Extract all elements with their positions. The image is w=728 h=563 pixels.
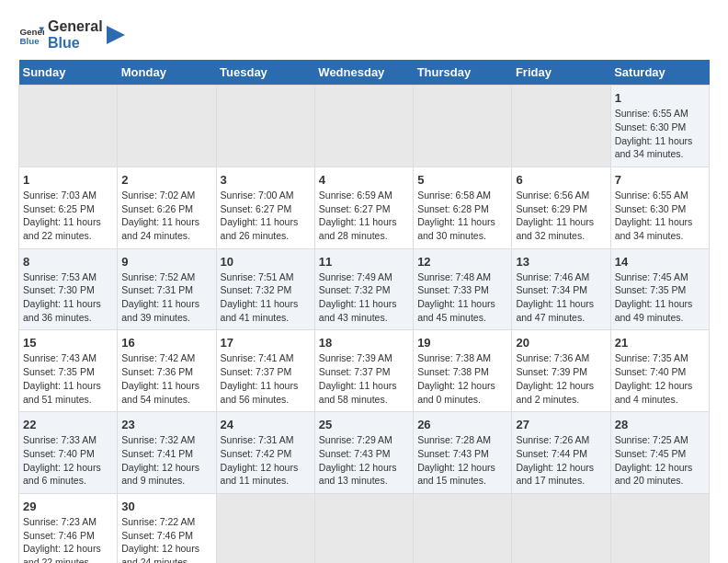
- calendar-cell: 15Sunrise: 7:43 AMSunset: 7:35 PMDayligh…: [19, 330, 118, 412]
- calendar-cell: 5Sunrise: 6:58 AMSunset: 6:28 PMDaylight…: [414, 167, 512, 248]
- day-header-sunday: Sunday: [19, 60, 118, 86]
- calendar-cell: 28Sunrise: 7:25 AMSunset: 7:45 PMDayligh…: [610, 412, 709, 494]
- calendar-cell: 24Sunrise: 7:31 AMSunset: 7:42 PMDayligh…: [216, 412, 314, 494]
- calendar-cell: 1Sunrise: 7:03 AMSunset: 6:25 PMDaylight…: [19, 167, 118, 248]
- calendar-cell: 8Sunrise: 7:53 AMSunset: 7:30 PMDaylight…: [19, 248, 118, 330]
- day-number: 9: [121, 255, 211, 269]
- calendar-cell: 16Sunrise: 7:42 AMSunset: 7:36 PMDayligh…: [118, 330, 216, 412]
- day-detail: Sunrise: 7:22 AMSunset: 7:46 PMDaylight:…: [121, 515, 211, 563]
- calendar-cell: 12Sunrise: 7:48 AMSunset: 7:33 PMDayligh…: [414, 248, 512, 330]
- logo-general: General: [48, 18, 103, 35]
- day-detail: Sunrise: 7:46 AMSunset: 7:34 PMDaylight:…: [516, 270, 606, 325]
- day-number: 6: [516, 173, 606, 187]
- day-detail: Sunrise: 7:33 AMSunset: 7:40 PMDaylight:…: [23, 433, 113, 488]
- week-row-1: 1Sunrise: 7:03 AMSunset: 6:25 PMDaylight…: [19, 167, 710, 248]
- day-number: 24: [221, 418, 311, 431]
- calendar-cell: 9Sunrise: 7:52 AMSunset: 7:31 PMDaylight…: [118, 248, 216, 330]
- calendar-cell: [118, 86, 216, 167]
- calendar-cell: 23Sunrise: 7:32 AMSunset: 7:41 PMDayligh…: [118, 412, 216, 494]
- day-number: 10: [221, 255, 311, 269]
- day-detail: Sunrise: 6:59 AMSunset: 6:27 PMDaylight:…: [319, 189, 409, 243]
- day-detail: Sunrise: 6:55 AMSunset: 6:30 PMDaylight:…: [615, 107, 705, 161]
- day-detail: Sunrise: 7:38 AMSunset: 7:38 PMDaylight:…: [417, 351, 507, 406]
- day-detail: Sunrise: 7:26 AMSunset: 7:44 PMDaylight:…: [516, 433, 606, 488]
- day-number: 22: [23, 418, 113, 431]
- day-detail: Sunrise: 7:51 AMSunset: 7:32 PMDaylight:…: [221, 270, 311, 325]
- day-number: 18: [319, 336, 409, 350]
- day-number: 27: [516, 418, 606, 431]
- day-detail: Sunrise: 7:02 AMSunset: 6:26 PMDaylight:…: [121, 189, 211, 243]
- day-detail: Sunrise: 6:56 AMSunset: 6:29 PMDaylight:…: [516, 189, 606, 243]
- calendar-cell: [512, 493, 610, 563]
- day-detail: Sunrise: 7:36 AMSunset: 7:39 PMDaylight:…: [516, 351, 606, 406]
- day-header-tuesday: Tuesday: [216, 60, 314, 86]
- calendar-cell: 20Sunrise: 7:36 AMSunset: 7:39 PMDayligh…: [512, 330, 610, 412]
- days-header-row: SundayMondayTuesdayWednesdayThursdayFrid…: [19, 60, 710, 86]
- day-header-wednesday: Wednesday: [314, 60, 413, 86]
- calendar-cell: 14Sunrise: 7:45 AMSunset: 7:35 PMDayligh…: [610, 248, 709, 330]
- calendar-cell: [512, 86, 610, 167]
- day-detail: Sunrise: 7:42 AMSunset: 7:36 PMDaylight:…: [121, 351, 211, 406]
- logo: General Blue General Blue: [18, 18, 125, 51]
- day-number: 30: [121, 500, 211, 513]
- day-detail: Sunrise: 7:53 AMSunset: 7:30 PMDaylight:…: [23, 270, 113, 325]
- day-header-monday: Monday: [118, 60, 216, 86]
- day-number: 3: [221, 173, 311, 187]
- day-detail: Sunrise: 7:35 AMSunset: 7:40 PMDaylight:…: [615, 351, 705, 406]
- calendar-cell: 30Sunrise: 7:22 AMSunset: 7:46 PMDayligh…: [118, 493, 216, 563]
- svg-text:Blue: Blue: [19, 35, 40, 45]
- day-detail: Sunrise: 7:41 AMSunset: 7:37 PMDaylight:…: [221, 351, 311, 406]
- day-number: 15: [23, 336, 113, 350]
- calendar-cell: 4Sunrise: 6:59 AMSunset: 6:27 PMDaylight…: [314, 167, 413, 248]
- week-row-3: 15Sunrise: 7:43 AMSunset: 7:35 PMDayligh…: [19, 330, 710, 412]
- logo-icon: General Blue: [18, 22, 44, 48]
- calendar-cell: [314, 86, 413, 167]
- day-number: 28: [615, 418, 705, 431]
- day-number: 29: [23, 500, 113, 513]
- day-detail: Sunrise: 7:48 AMSunset: 7:33 PMDaylight:…: [417, 270, 507, 325]
- logo-blue: Blue: [48, 35, 103, 52]
- calendar-table: SundayMondayTuesdayWednesdayThursdayFrid…: [18, 60, 710, 563]
- calendar-cell: [414, 493, 512, 563]
- day-number: 16: [121, 336, 211, 350]
- calendar-cell: 18Sunrise: 7:39 AMSunset: 7:37 PMDayligh…: [314, 330, 413, 412]
- day-number: 17: [221, 336, 311, 350]
- day-number: 23: [121, 418, 211, 431]
- calendar-cell: [414, 86, 512, 167]
- calendar-cell: [314, 493, 413, 563]
- day-detail: Sunrise: 7:49 AMSunset: 7:32 PMDaylight:…: [319, 270, 409, 325]
- day-detail: Sunrise: 7:23 AMSunset: 7:46 PMDaylight:…: [23, 515, 113, 563]
- calendar-cell: 17Sunrise: 7:41 AMSunset: 7:37 PMDayligh…: [216, 330, 314, 412]
- day-header-friday: Friday: [512, 60, 610, 86]
- day-detail: Sunrise: 7:43 AMSunset: 7:35 PMDaylight:…: [23, 351, 113, 406]
- day-detail: Sunrise: 7:45 AMSunset: 7:35 PMDaylight:…: [615, 270, 705, 325]
- calendar-cell: [19, 86, 118, 167]
- day-detail: Sunrise: 7:39 AMSunset: 7:37 PMDaylight:…: [319, 351, 409, 406]
- day-detail: Sunrise: 7:03 AMSunset: 6:25 PMDaylight:…: [23, 189, 113, 243]
- day-header-thursday: Thursday: [414, 60, 512, 86]
- day-detail: Sunrise: 7:31 AMSunset: 7:42 PMDaylight:…: [221, 433, 311, 488]
- calendar-cell: 27Sunrise: 7:26 AMSunset: 7:44 PMDayligh…: [512, 412, 610, 494]
- day-number: 12: [417, 255, 507, 269]
- calendar-cell: 3Sunrise: 7:00 AMSunset: 6:27 PMDaylight…: [216, 167, 314, 248]
- calendar-cell: 6Sunrise: 6:56 AMSunset: 6:29 PMDaylight…: [512, 167, 610, 248]
- calendar-cell: 13Sunrise: 7:46 AMSunset: 7:34 PMDayligh…: [512, 248, 610, 330]
- day-number: 7: [615, 173, 705, 187]
- day-number: 1: [23, 173, 113, 187]
- calendar-cell: [216, 493, 314, 563]
- calendar-cell: [610, 493, 709, 563]
- day-header-saturday: Saturday: [610, 60, 709, 86]
- day-detail: Sunrise: 7:00 AMSunset: 6:27 PMDaylight:…: [221, 189, 311, 243]
- day-number: 5: [417, 173, 507, 187]
- day-number: 26: [417, 418, 507, 431]
- svg-marker-3: [107, 26, 125, 44]
- calendar-cell: 22Sunrise: 7:33 AMSunset: 7:40 PMDayligh…: [19, 412, 118, 494]
- day-number: 21: [615, 336, 705, 350]
- day-number: 20: [516, 336, 606, 350]
- calendar-cell: 10Sunrise: 7:51 AMSunset: 7:32 PMDayligh…: [216, 248, 314, 330]
- week-row-2: 8Sunrise: 7:53 AMSunset: 7:30 PMDaylight…: [19, 248, 710, 330]
- day-number: 11: [319, 255, 409, 269]
- day-number: 14: [615, 255, 705, 269]
- calendar-cell: 29Sunrise: 7:23 AMSunset: 7:46 PMDayligh…: [19, 493, 118, 563]
- calendar-cell: 7Sunrise: 6:55 AMSunset: 6:30 PMDaylight…: [610, 167, 709, 248]
